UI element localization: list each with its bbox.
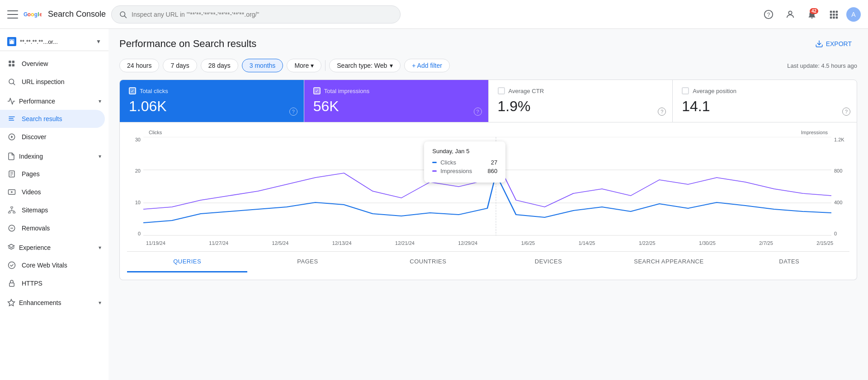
x-label-4: 12/21/24 xyxy=(395,240,415,246)
indexing-sub: Pages Videos Sitemaps Removals xyxy=(0,165,108,237)
tab-queries[interactable]: QUERIES xyxy=(127,252,247,272)
indexing-section[interactable]: Indexing ▾ xyxy=(0,148,108,165)
property-text: **.**.**.**...or... xyxy=(20,38,92,45)
https-icon xyxy=(7,279,16,288)
sidebar-item-label-core-web-vitals: Core Web Vitals xyxy=(22,262,67,269)
svg-text:?: ? xyxy=(767,11,770,18)
metric-help-clicks[interactable]: ? xyxy=(289,108,297,116)
pages-icon xyxy=(7,169,16,178)
metric-card-position[interactable]: Average position 14.1 ? xyxy=(673,80,857,122)
metric-card-ctr[interactable]: Average CTR 1.9% ? xyxy=(489,80,673,122)
x-label-1: 11/27/24 xyxy=(209,240,228,246)
y-right-label-1: 800 xyxy=(834,168,849,174)
chart-right-axis-title: Impressions xyxy=(801,130,828,135)
metric-card-clicks[interactable]: Total clicks 1.06K ? xyxy=(120,80,304,122)
export-button[interactable]: EXPORT xyxy=(810,36,857,52)
avatar[interactable]: A xyxy=(846,7,861,22)
page-title: Performance on Search results xyxy=(119,38,256,50)
tab-pages[interactable]: PAGES xyxy=(247,252,368,272)
chart-tooltip: Sunday, Jan 5 Clicks 27 Impressions 860 xyxy=(424,141,505,183)
tooltip-clicks-value: 27 xyxy=(491,159,497,166)
svg-marker-50 xyxy=(8,300,15,306)
sidebar-item-url-inspection[interactable]: URL inspection xyxy=(0,73,105,91)
x-label-3: 12/13/24 xyxy=(332,240,352,246)
svg-rect-13 xyxy=(836,10,838,13)
overview-icon xyxy=(7,59,16,68)
metric-cards: Total clicks 1.06K ? Total impressions 5… xyxy=(119,80,857,122)
tab-dates[interactable]: DATES xyxy=(729,252,849,272)
metric-label-clicks: Total clicks xyxy=(140,88,168,94)
svg-text:G: G xyxy=(24,11,28,18)
add-filter-button[interactable]: + Add filter xyxy=(404,59,450,72)
metric-help-ctr[interactable]: ? xyxy=(658,108,666,116)
sidebar-item-core-web-vitals[interactable]: Core Web Vitals xyxy=(0,256,105,274)
enhancements-section-label: Enhancements xyxy=(19,299,61,306)
property-dropdown-icon: ▼ xyxy=(96,38,101,45)
sidebar-item-removals[interactable]: Removals xyxy=(0,219,105,237)
sidebar-item-sitemaps[interactable]: Sitemaps xyxy=(0,201,105,219)
sidebar-item-https[interactable]: HTTPS xyxy=(0,274,105,292)
metric-check-impressions xyxy=(313,87,321,94)
sidebar-item-overview[interactable]: Overview xyxy=(0,55,105,73)
sidebar: **.**.**.**...or... ▼ Overview URL inspe… xyxy=(0,29,108,380)
svg-rect-19 xyxy=(836,16,838,19)
filter-24hours[interactable]: 24 hours xyxy=(119,59,159,72)
tab-countries[interactable]: COUNTRIES xyxy=(368,252,488,272)
svg-rect-25 xyxy=(12,61,14,63)
notifications-button[interactable]: 42 xyxy=(803,5,821,23)
search-results-icon xyxy=(7,114,16,123)
y-left-label-2: 10 xyxy=(127,200,141,205)
topbar: G o o g l e Search Console ? 42 xyxy=(0,0,868,29)
svg-line-7 xyxy=(124,16,126,18)
tab-search-appearance[interactable]: SEARCH APPEARANCE xyxy=(609,252,729,272)
svg-rect-29 xyxy=(9,117,15,117)
x-label-10: 2/7/25 xyxy=(759,240,773,246)
performance-section[interactable]: Performance ▾ xyxy=(0,93,108,110)
search-type-filter[interactable]: Search type: Web ▾ xyxy=(329,59,401,72)
tooltip-impressions-value: 860 xyxy=(488,168,498,174)
discover-icon xyxy=(7,132,16,141)
search-type-chevron-icon: ▾ xyxy=(390,62,393,69)
svg-rect-11 xyxy=(830,10,832,13)
svg-point-10 xyxy=(788,11,792,14)
tooltip-impressions-dot xyxy=(432,170,437,172)
sidebar-item-videos[interactable]: Videos xyxy=(0,183,105,201)
tab-devices[interactable]: DEVICES xyxy=(488,252,609,272)
sidebar-item-search-results[interactable]: Search results xyxy=(0,110,105,128)
enhancements-section[interactable]: Enhancements ▾ xyxy=(0,294,108,311)
filter-3months[interactable]: 3 months xyxy=(242,59,283,72)
svg-rect-31 xyxy=(9,120,14,121)
metric-help-position[interactable]: ? xyxy=(842,108,850,116)
filter-more[interactable]: More ▾ xyxy=(287,59,321,72)
property-selector[interactable]: **.**.**.**...or... ▼ xyxy=(0,33,108,51)
help-button[interactable]: ? xyxy=(760,5,778,23)
sidebar-item-discover[interactable]: Discover xyxy=(0,128,105,146)
y-right-label-0: 1.2K xyxy=(834,137,849,142)
filter-28days[interactable]: 28 days xyxy=(201,59,238,72)
url-inspection-icon xyxy=(7,77,16,86)
sidebar-item-label-url-inspection: URL inspection xyxy=(22,78,64,85)
performance-chevron: ▾ xyxy=(99,98,101,104)
search-input[interactable] xyxy=(132,11,393,18)
tooltip-impressions-label: Impressions xyxy=(440,168,484,174)
chart-container: Clicks Impressions 30 20 10 0 xyxy=(119,122,857,280)
y-right-label-2: 400 xyxy=(834,200,849,205)
apps-button[interactable] xyxy=(825,5,843,23)
tabs-bar: QUERIES PAGES COUNTRIES DEVICES SEARCH A… xyxy=(127,251,849,272)
metric-label-ctr: Average CTR xyxy=(509,88,544,94)
svg-text:e: e xyxy=(39,11,42,18)
metric-card-impressions-header: Total impressions xyxy=(313,87,479,94)
y-left-label-1: 20 xyxy=(127,168,141,174)
menu-icon[interactable] xyxy=(7,9,18,20)
sidebar-item-pages[interactable]: Pages xyxy=(0,165,105,183)
svg-rect-26 xyxy=(12,64,14,66)
metric-help-impressions[interactable]: ? xyxy=(474,108,482,116)
experience-section[interactable]: Experience ▾ xyxy=(0,239,108,256)
search-bar[interactable] xyxy=(111,5,401,23)
filter-7days[interactable]: 7 days xyxy=(163,59,197,72)
x-label-9: 1/30/25 xyxy=(699,240,716,246)
svg-text:o: o xyxy=(31,11,34,18)
metric-card-impressions[interactable]: Total impressions 56K ? xyxy=(304,80,489,122)
app-title: Search Console xyxy=(48,9,106,19)
account-button[interactable] xyxy=(781,5,799,23)
